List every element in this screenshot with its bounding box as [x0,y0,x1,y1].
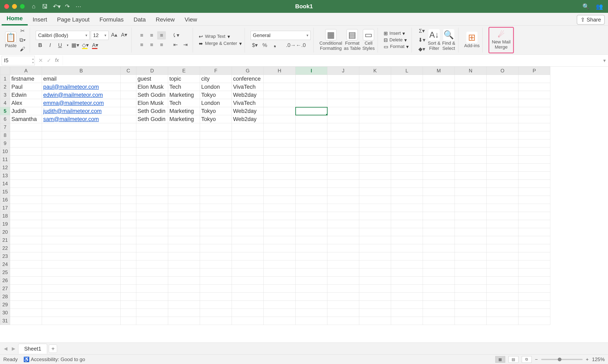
cell-H18[interactable] [264,212,296,220]
cell-A13[interactable] [10,172,42,180]
cell-F25[interactable] [200,268,232,276]
cell-N17[interactable] [455,204,487,212]
row-header-6[interactable]: 6 [0,115,10,123]
cell-O19[interactable] [487,220,518,228]
format-painter-icon[interactable]: 🖌 [18,45,27,53]
paste-icon[interactable]: 📋 [5,32,16,43]
cell-C18[interactable] [121,212,136,220]
cell-M18[interactable] [423,212,455,220]
cell-E25[interactable] [168,268,200,276]
align-center-icon[interactable]: ≡ [147,41,156,49]
cell-G22[interactable] [232,244,264,252]
cell-I23[interactable] [296,252,327,260]
cell-G10[interactable] [232,147,264,156]
cell-O3[interactable] [487,91,518,99]
cell-E1[interactable]: topic [168,75,200,83]
cell-F30[interactable] [200,309,232,317]
cell-E21[interactable] [168,236,200,244]
zoom-slider-thumb[interactable] [558,358,561,361]
row-header-13[interactable]: 13 [0,172,10,180]
column-header-C[interactable]: C [121,67,136,75]
cell-M16[interactable] [423,196,455,204]
name-box[interactable]: I5 ▴▾ [2,56,35,65]
cell-O20[interactable] [487,228,518,236]
delete-cells-button[interactable]: ⊟Delete▾ [384,37,409,43]
cell-J10[interactable] [327,147,359,156]
cell-O11[interactable] [487,156,518,164]
cell-A15[interactable] [10,188,42,196]
cell-I16[interactable] [296,196,327,204]
cell-C17[interactable] [121,204,136,212]
column-header-M[interactable]: M [423,67,455,75]
cell-O22[interactable] [487,244,518,252]
cell-N27[interactable] [455,285,487,293]
row-header-2[interactable]: 2 [0,83,10,91]
cell-P19[interactable] [518,220,550,228]
cell-G14[interactable] [232,180,264,188]
cell-P22[interactable] [518,244,550,252]
cell-G26[interactable] [232,276,264,285]
row-header-28[interactable]: 28 [0,293,10,301]
cell-P30[interactable] [518,309,550,317]
cell-F10[interactable] [200,147,232,156]
cell-H26[interactable] [264,276,296,285]
cell-A26[interactable] [10,276,42,285]
cell-A8[interactable] [10,131,42,139]
cell-L6[interactable] [391,115,423,123]
close-window-button[interactable] [4,4,9,9]
cell-G21[interactable] [232,236,264,244]
cell-H10[interactable] [264,147,296,156]
cell-L10[interactable] [391,147,423,156]
cell-E31[interactable] [168,317,200,325]
cell-G1[interactable]: conference [232,75,264,83]
cell-M7[interactable] [423,123,455,131]
cell-L20[interactable] [391,228,423,236]
cell-D23[interactable] [136,252,168,260]
cell-C24[interactable] [121,260,136,268]
cell-N29[interactable] [455,301,487,309]
row-header-16[interactable]: 16 [0,196,10,204]
cell-O12[interactable] [487,164,518,172]
cell-K26[interactable] [359,276,391,285]
cell-L30[interactable] [391,309,423,317]
orientation-icon[interactable]: ⤹▾ [171,31,180,39]
accessibility-status[interactable]: ♿ Accessibility: Good to go [23,357,85,362]
cell-I8[interactable] [296,131,327,139]
tab-home[interactable]: Home [2,13,28,26]
cell-K29[interactable] [359,301,391,309]
font-color-button[interactable]: A▾ [91,41,100,50]
cell-C1[interactable] [121,75,136,83]
cell-C21[interactable] [121,236,136,244]
cell-F26[interactable] [200,276,232,285]
cell-B27[interactable] [42,285,121,293]
cell-B4[interactable]: emma@mailmeteor.com [42,99,121,107]
cell-E5[interactable]: Marketing [168,107,200,115]
cell-H8[interactable] [264,131,296,139]
cell-E2[interactable]: Tech [168,83,200,91]
cell-M27[interactable] [423,285,455,293]
cell-G25[interactable] [232,268,264,276]
cell-P29[interactable] [518,301,550,309]
cell-B29[interactable] [42,301,121,309]
chevron-up-icon[interactable]: ▴ [32,57,34,60]
column-header-J[interactable]: J [327,67,359,75]
cell-M31[interactable] [423,317,455,325]
cell-J31[interactable] [327,317,359,325]
cell-J27[interactable] [327,285,359,293]
cell-O6[interactable] [487,115,518,123]
cell-K6[interactable] [359,115,391,123]
cell-A1[interactable]: firstname [10,75,42,83]
cell-C12[interactable] [121,164,136,172]
cell-J28[interactable] [327,293,359,301]
cell-O16[interactable] [487,196,518,204]
row-header-4[interactable]: 4 [0,99,10,107]
cell-D26[interactable] [136,276,168,285]
cell-M14[interactable] [423,180,455,188]
increase-decimal-icon[interactable]: .0→ [287,41,295,50]
cell-B12[interactable] [42,164,121,172]
cell-K19[interactable] [359,220,391,228]
cell-K15[interactable] [359,188,391,196]
percent-format-icon[interactable]: % [260,41,269,50]
cell-K30[interactable] [359,309,391,317]
cell-C28[interactable] [121,293,136,301]
